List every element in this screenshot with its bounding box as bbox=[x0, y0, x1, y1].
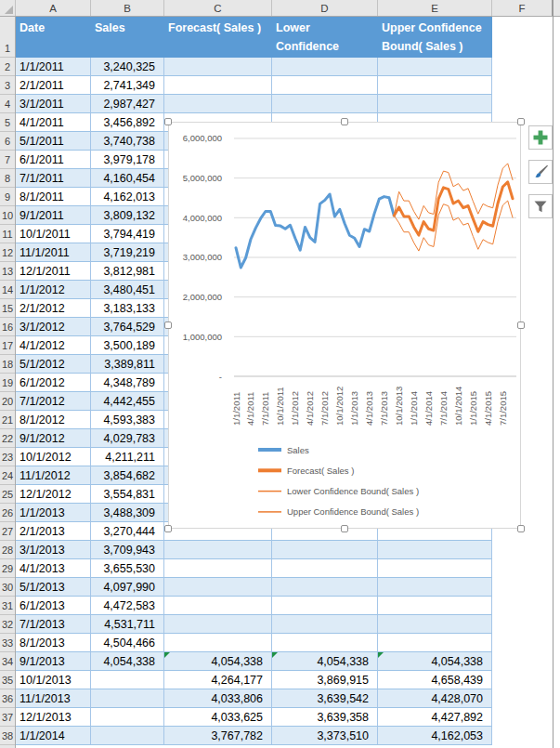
row-header-30[interactable]: 30 bbox=[0, 578, 15, 597]
row-header-24[interactable]: 24 bbox=[0, 466, 15, 485]
cell-upper-r36[interactable]: 4,428,070 bbox=[378, 689, 492, 708]
cell-date-r26[interactable]: 1/1/2013 bbox=[16, 504, 91, 522]
cell-date-r23[interactable]: 10/1/2012 bbox=[16, 448, 91, 466]
cell-sales-r15[interactable]: 3,183,133 bbox=[91, 299, 164, 318]
cell-sales-r7[interactable]: 3,979,178 bbox=[91, 151, 164, 169]
cell-upper-r35[interactable]: 4,658,439 bbox=[378, 671, 492, 689]
chart-styles-button[interactable] bbox=[528, 160, 553, 184]
cell-date-r9[interactable]: 8/1/2011 bbox=[16, 188, 91, 206]
cell-sales-r24[interactable]: 3,854,682 bbox=[91, 466, 164, 485]
cell-sales-r31[interactable]: 4,472,583 bbox=[91, 597, 164, 615]
cell-upper-r38[interactable]: 4,162,053 bbox=[378, 727, 492, 745]
row-header-37[interactable]: 37 bbox=[0, 708, 15, 727]
header-cell-sales[interactable]: Sales bbox=[91, 17, 164, 58]
cell-sales-r30[interactable]: 4,097,990 bbox=[91, 578, 164, 597]
cell-date-r38[interactable]: 1/1/2014 bbox=[16, 727, 91, 745]
cell-date-r17[interactable]: 4/1/2012 bbox=[16, 336, 91, 355]
cell-forecast-r29[interactable] bbox=[164, 559, 272, 578]
column-header-c[interactable]: C bbox=[164, 0, 272, 16]
cell-sales-r38[interactable] bbox=[91, 727, 164, 745]
cell-date-r31[interactable]: 6/1/2013 bbox=[16, 597, 91, 615]
cell-lower-r29[interactable] bbox=[272, 559, 378, 578]
row-header-29[interactable]: 29 bbox=[0, 559, 15, 578]
cell-sales-r20[interactable]: 4,442,455 bbox=[91, 392, 164, 411]
header-cell-upper-confidence[interactable]: Upper Confidence Bound( Sales ) bbox=[378, 17, 492, 58]
cell-date-r5[interactable]: 4/1/2011 bbox=[16, 113, 91, 132]
cell-date-r12[interactable]: 11/1/2011 bbox=[16, 243, 91, 262]
cell-date-r10[interactable]: 9/1/2011 bbox=[16, 206, 91, 225]
cell-sales-r17[interactable]: 3,500,189 bbox=[91, 336, 164, 355]
cell-sales-r9[interactable]: 4,162,013 bbox=[91, 188, 164, 206]
row-header-16[interactable]: 16 bbox=[0, 318, 15, 336]
chart-handle-bottom-mid[interactable] bbox=[341, 525, 348, 532]
cell-upper-r3[interactable] bbox=[378, 76, 492, 95]
column-header-a[interactable]: A bbox=[16, 0, 91, 16]
cell-date-r3[interactable]: 2/1/2011 bbox=[16, 76, 91, 95]
cell-forecast-r37[interactable]: 4,033,625 bbox=[164, 708, 272, 727]
row-header-34[interactable]: 34 bbox=[0, 652, 15, 671]
row-header-8[interactable]: 8 bbox=[0, 169, 15, 188]
row-header-27[interactable]: 27 bbox=[0, 522, 15, 541]
chart-handle-top-mid[interactable] bbox=[341, 118, 348, 125]
row-header-15[interactable]: 15 bbox=[0, 299, 15, 318]
cell-sales-r23[interactable]: 4,211,211 bbox=[91, 448, 164, 466]
cell-sales-r21[interactable]: 4,593,383 bbox=[91, 411, 164, 429]
row-header-26[interactable]: 26 bbox=[0, 504, 15, 522]
chart-handle-top-left[interactable] bbox=[164, 118, 172, 125]
cell-date-r2[interactable]: 1/1/2011 bbox=[16, 58, 91, 76]
cell-sales-r2[interactable]: 3,240,325 bbox=[91, 58, 164, 76]
row-header-25[interactable]: 25 bbox=[0, 485, 15, 504]
series-forecast-sales-[interactable] bbox=[394, 182, 513, 235]
cell-sales-r26[interactable]: 3,488,309 bbox=[91, 504, 164, 522]
cell-sales-r36[interactable] bbox=[91, 689, 164, 708]
cell-sales-r5[interactable]: 3,456,892 bbox=[91, 113, 164, 132]
cell-date-r20[interactable]: 7/1/2012 bbox=[16, 392, 91, 411]
cell-lower-r3[interactable] bbox=[272, 76, 378, 95]
cell-sales-r6[interactable]: 3,740,738 bbox=[91, 132, 164, 151]
cell-date-r18[interactable]: 5/1/2012 bbox=[16, 355, 91, 374]
forecast-chart[interactable]: 6,000,0005,000,0004,000,0003,000,0002,00… bbox=[168, 122, 521, 529]
cell-date-r27[interactable]: 2/1/2013 bbox=[16, 522, 91, 541]
row-header-19[interactable]: 19 bbox=[0, 374, 15, 392]
cell-date-r29[interactable]: 4/1/2013 bbox=[16, 559, 91, 578]
cell-date-r4[interactable]: 3/1/2011 bbox=[16, 95, 91, 113]
row-header-12[interactable]: 12 bbox=[0, 243, 15, 262]
cell-date-r21[interactable]: 8/1/2012 bbox=[16, 411, 91, 429]
cell-forecast-r4[interactable] bbox=[164, 95, 272, 113]
cell-sales-r25[interactable]: 3,554,831 bbox=[91, 485, 164, 504]
cell-date-r11[interactable]: 10/1/2011 bbox=[16, 225, 91, 243]
cell-sales-r14[interactable]: 3,480,451 bbox=[91, 281, 164, 299]
cell-date-r16[interactable]: 3/1/2012 bbox=[16, 318, 91, 336]
row-header-14[interactable]: 14 bbox=[0, 281, 15, 299]
cell-forecast-r2[interactable] bbox=[164, 58, 272, 76]
cell-sales-r29[interactable]: 3,655,530 bbox=[91, 559, 164, 578]
cell-forecast-r3[interactable] bbox=[164, 76, 272, 95]
cell-date-r8[interactable]: 7/1/2011 bbox=[16, 169, 91, 188]
cell-date-r35[interactable]: 10/1/2013 bbox=[16, 671, 91, 689]
row-header-38[interactable]: 38 bbox=[0, 727, 15, 745]
cell-date-r28[interactable]: 3/1/2013 bbox=[16, 541, 91, 559]
row-header-9[interactable]: 9 bbox=[0, 188, 15, 206]
cell-sales-r13[interactable]: 3,812,981 bbox=[91, 262, 164, 281]
cell-lower-r4[interactable] bbox=[272, 95, 378, 113]
row-header-21[interactable]: 21 bbox=[0, 411, 15, 429]
row-header-20[interactable]: 20 bbox=[0, 392, 15, 411]
row-header-3[interactable]: 3 bbox=[0, 76, 15, 95]
cell-date-r37[interactable]: 12/1/2013 bbox=[16, 708, 91, 727]
row-header-5[interactable]: 5 bbox=[0, 113, 15, 132]
column-header-g-sliver[interactable] bbox=[553, 0, 560, 16]
cell-lower-r30[interactable] bbox=[272, 578, 378, 597]
cell-upper-r4[interactable] bbox=[378, 95, 492, 113]
row-header-4[interactable]: 4 bbox=[0, 95, 15, 113]
cell-forecast-r34[interactable]: 4,054,338 bbox=[164, 652, 272, 671]
select-all-corner[interactable] bbox=[0, 0, 16, 16]
cell-lower-r37[interactable]: 3,639,358 bbox=[272, 708, 378, 727]
cell-lower-r38[interactable]: 3,373,510 bbox=[272, 727, 378, 745]
cell-sales-r10[interactable]: 3,809,132 bbox=[91, 206, 164, 225]
cell-date-r34[interactable]: 9/1/2013 bbox=[16, 652, 91, 671]
cell-sales-r37[interactable] bbox=[91, 708, 164, 727]
chart-handle-mid-right[interactable] bbox=[517, 322, 525, 329]
cell-lower-r32[interactable] bbox=[272, 615, 378, 634]
cell-upper-r29[interactable] bbox=[378, 559, 492, 578]
cell-forecast-r30[interactable] bbox=[164, 578, 272, 597]
